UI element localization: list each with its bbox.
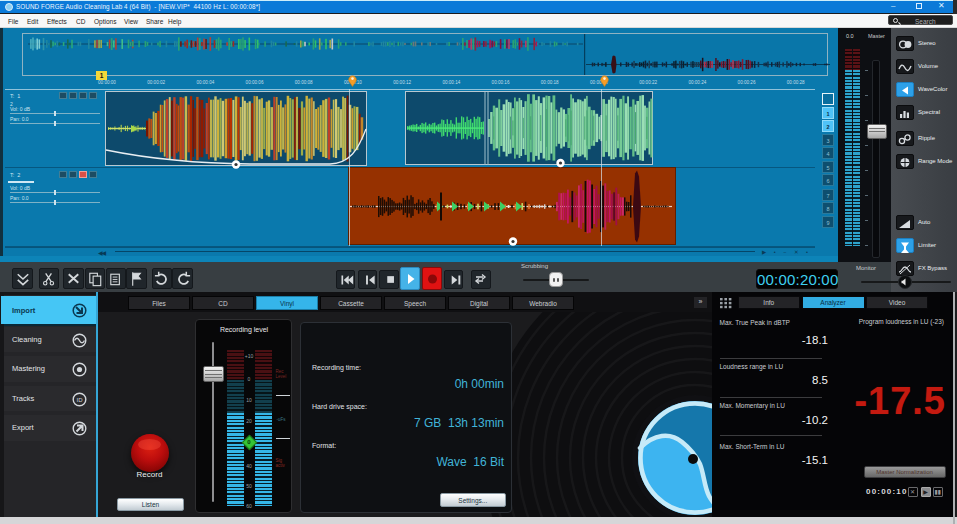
svg-text:ID: ID [77,397,84,403]
